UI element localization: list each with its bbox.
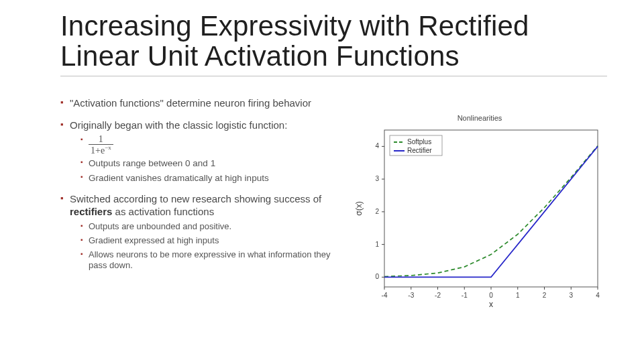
bullet-logistic-outputs: Outputs range between 0 and 1 <box>80 158 335 170</box>
bullet-rect-expressive: Allows neurons to be more expressive in … <box>80 249 335 272</box>
chart-nonlinearities: Nonlinearities -4-3-2-10123401234xσ(x)So… <box>352 114 607 315</box>
svg-text:4: 4 <box>596 292 600 299</box>
bullet-text: Originally began with the classic logist… <box>70 119 287 131</box>
svg-text:2: 2 <box>375 208 379 215</box>
svg-text:0: 0 <box>489 292 493 299</box>
bullet-text-bold: rectifiers <box>70 206 112 217</box>
svg-text:Rectifier: Rectifier <box>407 147 432 154</box>
page-title: Increasing Expressivity with Rectified L… <box>60 11 604 72</box>
bullet-text-pre: Switched according to new research showi… <box>70 193 321 204</box>
svg-text:-4: -4 <box>382 292 388 299</box>
svg-text:3: 3 <box>569 292 573 299</box>
chart-svg: -4-3-2-10123401234xσ(x)SoftplusRectifier <box>352 125 607 312</box>
svg-text:Softplus: Softplus <box>407 138 431 145</box>
svg-text:-1: -1 <box>462 292 468 299</box>
svg-text:3: 3 <box>375 175 379 182</box>
chart-title: Nonlinearities <box>352 114 607 122</box>
title-underline <box>60 76 607 76</box>
svg-text:x: x <box>489 300 493 309</box>
formula-denominator-pre: 1+e <box>91 145 105 155</box>
bullet-text-post: as activation functions <box>112 206 214 217</box>
bullet-logistic-formula: 1 1+e−x <box>80 135 335 156</box>
slide: Increasing Expressivity with Rectified L… <box>0 0 644 362</box>
svg-text:4: 4 <box>375 142 379 149</box>
bullet-rectifier: Switched according to new research showi… <box>60 193 335 272</box>
bullet-logistic: Originally began with the classic logist… <box>60 119 335 184</box>
bullet-activation: "Activation functions" determine neuron … <box>60 97 335 110</box>
svg-text:2: 2 <box>543 292 547 299</box>
bullet-rect-gradient: Gradient expressed at high inputs <box>80 235 335 247</box>
bullet-text: "Activation functions" determine neuron … <box>70 97 311 109</box>
formula-logistic: 1 1+e−x <box>89 139 113 149</box>
formula-denominator-sup: −x <box>105 144 111 151</box>
svg-text:0: 0 <box>375 273 379 280</box>
formula-numerator: 1 <box>89 135 113 145</box>
svg-text:1: 1 <box>375 241 379 248</box>
bullet-logistic-gradient: Gradient vanishes dramatically at high i… <box>80 172 335 184</box>
svg-text:-3: -3 <box>408 292 414 299</box>
svg-text:σ(x): σ(x) <box>354 201 364 215</box>
bullet-rect-outputs: Outputs are unbounded and positive. <box>80 221 335 233</box>
svg-text:-2: -2 <box>435 292 441 299</box>
title-block: Increasing Expressivity with Rectified L… <box>60 11 604 76</box>
svg-text:1: 1 <box>516 292 520 299</box>
body-text: "Activation functions" determine neuron … <box>60 97 335 281</box>
